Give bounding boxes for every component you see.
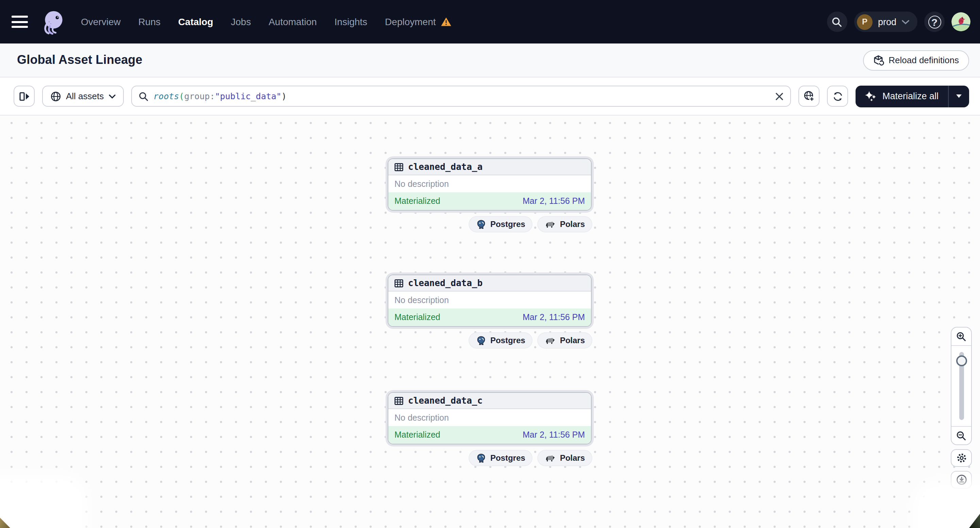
table-icon xyxy=(395,279,403,287)
asset-node-header: cleaned_data_b xyxy=(388,275,591,292)
materialization-timestamp[interactable]: Mar 2, 11:56 PM xyxy=(523,312,585,322)
expand-panel-button[interactable] xyxy=(14,86,35,107)
nav-item-insights[interactable]: Insights xyxy=(335,16,368,27)
caret-down-icon xyxy=(956,94,962,98)
nav-item-automation[interactable]: Automation xyxy=(269,16,317,27)
tag-postgres[interactable]: Postgres xyxy=(469,217,532,232)
asset-node-group: cleaned_data_b No description Materializ… xyxy=(388,274,592,348)
asset-node-cleaned-data-b[interactable]: cleaned_data_b No description Materializ… xyxy=(388,274,592,327)
workspace-switcher[interactable]: P prod xyxy=(854,11,918,32)
materialization-timestamp[interactable]: Mar 2, 11:56 PM xyxy=(523,430,585,440)
postgres-icon xyxy=(476,335,486,346)
download-icon xyxy=(956,474,967,485)
asset-node-group: cleaned_data_c No description Materializ… xyxy=(388,392,592,466)
materialize-all-button[interactable]: Materialize all xyxy=(856,85,948,107)
asset-node-cleaned-data-a[interactable]: cleaned_data_a No description Materializ… xyxy=(388,159,592,211)
status-badge: Materialized xyxy=(395,430,441,440)
graph-controls xyxy=(951,327,972,488)
asset-description: No description xyxy=(388,409,591,426)
top-navbar: Overview Runs Catalog Jobs Automation In… xyxy=(0,0,980,43)
clear-query-button[interactable] xyxy=(776,92,784,100)
warning-icon xyxy=(441,17,452,27)
nav-item-catalog[interactable]: Catalog xyxy=(178,16,213,27)
asset-node-header: cleaned_data_c xyxy=(388,393,591,409)
asset-description: No description xyxy=(388,292,591,309)
status-badge: Materialized xyxy=(395,312,441,322)
close-icon xyxy=(776,92,784,100)
avatar-image xyxy=(951,12,970,31)
page-header: Global Asset Lineage Reload definitions xyxy=(0,43,980,78)
asset-node-cleaned-data-c[interactable]: cleaned_data_c No description Materializ… xyxy=(388,392,592,444)
hamburger-menu-icon[interactable] xyxy=(11,16,28,28)
workspace-badge: P xyxy=(857,14,873,30)
asset-scope-dropdown[interactable]: All assets xyxy=(42,86,123,107)
polars-icon xyxy=(545,454,556,462)
materialize-all-split-button: Materialize all xyxy=(856,85,969,107)
asset-status-row: Materialized Mar 2, 11:56 PM xyxy=(388,309,591,326)
asset-name: cleaned_data_b xyxy=(408,278,482,288)
reload-definitions-label: Reload definitions xyxy=(889,55,959,65)
asset-description: No description xyxy=(388,175,591,192)
group-by-location-button[interactable] xyxy=(799,86,820,107)
postgres-icon xyxy=(476,219,486,229)
zoom-out-button[interactable] xyxy=(951,426,971,444)
asset-tags: Postgres Polars xyxy=(388,217,592,232)
zoom-in-button[interactable] xyxy=(951,328,971,346)
reload-cube-icon xyxy=(873,55,884,66)
refresh-button[interactable] xyxy=(827,86,848,107)
graph-settings-button[interactable] xyxy=(951,449,972,467)
zoom-slider[interactable] xyxy=(951,346,971,426)
zoom-in-icon xyxy=(956,331,966,341)
help-button[interactable]: ? xyxy=(924,11,945,32)
globe-add-icon xyxy=(803,90,815,102)
lineage-toolbar: All assets roots(group:"public_data") xyxy=(0,78,980,116)
polars-icon xyxy=(545,220,556,228)
asset-selection-input[interactable]: roots(group:"public_data") xyxy=(131,86,791,107)
chevron-down-icon xyxy=(108,94,115,98)
corner-highlight xyxy=(0,483,79,528)
asset-node-group: cleaned_data_a No description Materializ… xyxy=(388,159,592,232)
sparkles-icon xyxy=(865,90,877,102)
asset-status-row: Materialized Mar 2, 11:56 PM xyxy=(388,192,591,210)
corner-highlight xyxy=(921,488,980,528)
search-icon xyxy=(832,17,842,27)
materialize-options-button[interactable] xyxy=(949,85,969,107)
zoom-out-icon xyxy=(956,430,966,441)
search-button[interactable] xyxy=(827,11,847,32)
nav-item-runs[interactable]: Runs xyxy=(138,16,161,27)
zoom-slider-handle[interactable] xyxy=(956,355,967,366)
asset-scope-label: All assets xyxy=(66,91,104,101)
workspace-label: prod xyxy=(878,17,896,27)
chevron-down-icon xyxy=(902,19,909,24)
tag-polars[interactable]: Polars xyxy=(538,217,592,232)
materialize-all-label: Materialize all xyxy=(882,91,939,101)
postgres-icon xyxy=(476,453,486,463)
zoom-panel xyxy=(951,327,972,445)
asset-status-row: Materialized Mar 2, 11:56 PM xyxy=(388,426,591,444)
tag-postgres[interactable]: Postgres xyxy=(469,450,532,466)
nav-item-deployment[interactable]: Deployment xyxy=(385,16,451,27)
polars-icon xyxy=(545,336,556,344)
asset-name: cleaned_data_c xyxy=(408,395,482,406)
asset-tags: Postgres Polars xyxy=(388,333,592,348)
user-avatar[interactable] xyxy=(951,12,970,31)
globe-icon xyxy=(50,91,61,101)
selection-query: roots(group:"public_data") xyxy=(153,91,770,101)
table-icon xyxy=(395,396,403,405)
reload-definitions-button[interactable]: Reload definitions xyxy=(863,50,969,70)
tag-postgres[interactable]: Postgres xyxy=(469,333,532,348)
materialization-timestamp[interactable]: Mar 2, 11:56 PM xyxy=(523,197,585,206)
status-badge: Materialized xyxy=(395,197,441,206)
asset-node-header: cleaned_data_a xyxy=(388,159,591,175)
asset-tags: Postgres Polars xyxy=(388,450,592,466)
nav-item-overview[interactable]: Overview xyxy=(81,16,121,27)
dagster-logo[interactable] xyxy=(40,9,66,35)
tag-polars[interactable]: Polars xyxy=(538,450,592,466)
lineage-graph-canvas[interactable]: cleaned_data_a No description Materializ… xyxy=(0,116,980,528)
tag-polars[interactable]: Polars xyxy=(538,333,592,348)
nav-item-jobs[interactable]: Jobs xyxy=(231,16,251,27)
download-image-button[interactable] xyxy=(951,471,972,488)
app-window: Overview Runs Catalog Jobs Automation In… xyxy=(0,0,980,528)
search-icon xyxy=(138,91,148,101)
table-icon xyxy=(395,163,403,171)
